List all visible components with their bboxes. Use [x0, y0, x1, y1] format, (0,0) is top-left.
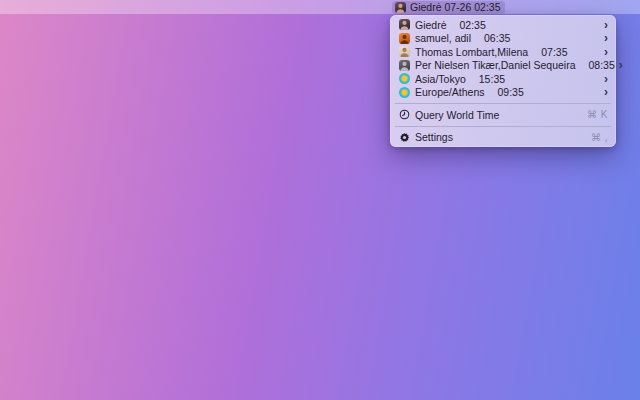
menu-item-person-thomas-milena[interactable]: Thomas Lombart,Milena 07:35 ›: [390, 45, 616, 59]
menu-item-timezone-europe-athens[interactable]: Europe/Athens 09:35 ›: [390, 86, 616, 100]
thomas-milena-avatar: [399, 46, 410, 57]
timezone-local-time: 15:35: [479, 73, 505, 85]
menu-item-person-per-daniel[interactable]: Per Nielsen Tikær,Daniel Sequeira 08:35 …: [390, 59, 616, 73]
chevron-right-icon: ›: [604, 18, 608, 30]
timezone-name: Asia/Tokyo: [415, 73, 466, 85]
giedre-avatar: [399, 19, 410, 30]
menu-item-person-giedre[interactable]: Giedrė 02:35 ›: [390, 18, 616, 32]
menubar-status-item-world-clock[interactable]: Giedrė 07-26 02:35: [392, 1, 505, 14]
menu-item-settings[interactable]: Settings ⌘ ,: [390, 131, 616, 145]
action-label: Query World Time: [415, 109, 499, 121]
chevron-right-icon: ›: [604, 32, 608, 44]
person-local-time: 02:35: [460, 19, 486, 31]
clock-icon: [399, 109, 410, 120]
menu-item-query-world-time[interactable]: Query World Time ⌘ K: [390, 108, 616, 122]
chevron-right-icon: ›: [604, 86, 608, 98]
per-daniel-avatar: [399, 60, 410, 71]
person-name: Giedrė: [415, 19, 447, 31]
person-name: Thomas Lombart,Milena: [415, 46, 528, 58]
gear-icon: [399, 132, 410, 143]
action-label: Settings: [415, 131, 453, 143]
timezone-name: Europe/Athens: [415, 86, 484, 98]
person-name: Per Nielsen Tikær,Daniel Sequeira: [415, 59, 576, 71]
person-name: samuel, adil: [415, 32, 471, 44]
menubar: Giedrė 07-26 02:35: [0, 0, 640, 14]
person-local-time: 07:35: [541, 46, 567, 58]
giedre-avatar: [395, 2, 406, 13]
world-clock-dropdown-menu: Giedrė 02:35 › samuel, adil 06:35 › Thom…: [390, 15, 616, 147]
person-local-time: 06:35: [484, 32, 510, 44]
keyboard-shortcut: ⌘ K: [587, 109, 608, 120]
menu-item-timezone-asia-tokyo[interactable]: Asia/Tokyo 15:35 ›: [390, 72, 616, 86]
timezone-icon: [399, 87, 410, 98]
person-local-time: 08:35: [589, 59, 615, 71]
menubar-status-label: Giedrė 07-26 02:35: [410, 1, 500, 13]
menu-item-person-samuel-adil[interactable]: samuel, adil 06:35 ›: [390, 32, 616, 46]
chevron-right-icon: ›: [619, 59, 623, 71]
menu-separator: [395, 126, 611, 127]
timezone-icon: [399, 73, 410, 84]
chevron-right-icon: ›: [604, 45, 608, 57]
samuel-adil-avatar: [399, 33, 410, 44]
chevron-right-icon: ›: [604, 72, 608, 84]
menu-separator: [395, 103, 611, 104]
timezone-local-time: 09:35: [497, 86, 523, 98]
keyboard-shortcut: ⌘ ,: [591, 132, 608, 143]
